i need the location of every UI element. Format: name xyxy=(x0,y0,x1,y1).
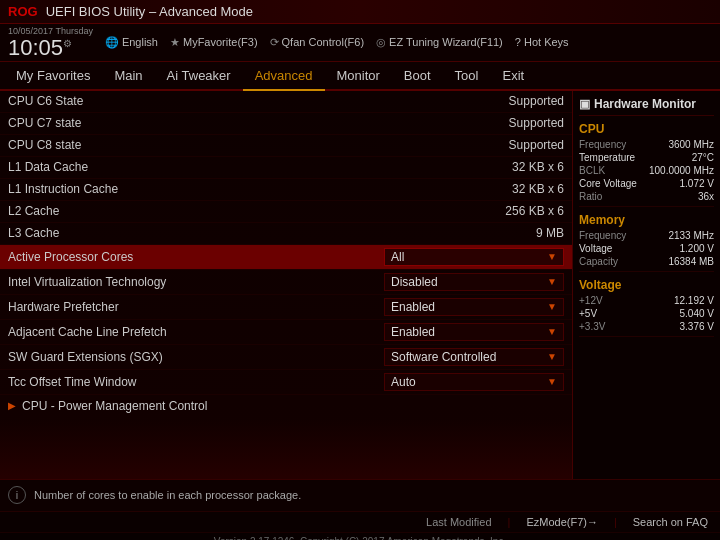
settings-row-11[interactable]: SW Guard Extensions (SGX)Software Contro… xyxy=(0,345,572,370)
hw-monitor: ▣ Hardware Monitor CPUFrequency3600 MHzT… xyxy=(572,91,720,479)
hw-label: Capacity xyxy=(579,256,618,267)
settings-row-0: CPU C6 StateSupported xyxy=(0,91,572,113)
settings-row-7[interactable]: Active Processor CoresAll▼ xyxy=(0,245,572,270)
row-label-9: Hardware Prefetcher xyxy=(8,300,384,314)
dropdown-7[interactable]: All▼ xyxy=(384,248,564,266)
hw-row-cpu-0: Frequency3600 MHz xyxy=(579,139,714,150)
hw-value: 100.0000 MHz xyxy=(649,165,714,176)
nav-item-monitor[interactable]: Monitor xyxy=(325,62,392,89)
settings-row-3: L1 Data Cache32 KB x 6 xyxy=(0,157,572,179)
hw-monitor-title: ▣ Hardware Monitor xyxy=(579,97,714,116)
dropdown-10[interactable]: Enabled▼ xyxy=(384,323,564,341)
dropdown-arrow-10: ▼ xyxy=(547,326,557,337)
info-bottom: i Number of cores to enable in each proc… xyxy=(0,479,720,511)
ez-mode-button[interactable]: EzMode(F7)→ xyxy=(526,516,598,528)
dropdown-value-12: Auto xyxy=(391,375,416,389)
hw-val-right: 5.040 V xyxy=(680,308,714,319)
hw-sections: CPUFrequency3600 MHzTemperature27°CBCLK1… xyxy=(579,122,714,337)
nav-bar: My FavoritesMainAi TweakerAdvancedMonito… xyxy=(0,62,720,91)
dropdown-arrow-12: ▼ xyxy=(547,376,557,387)
qfan-item[interactable]: ⟳ Qfan Control(F6) xyxy=(270,36,365,49)
row-label-8: Intel Virtualization Technology xyxy=(8,275,384,289)
hw-row-vals: +5V5.040 V xyxy=(579,308,714,319)
info-items: 🌐 English ★ MyFavorite(F3) ⟳ Qfan Contro… xyxy=(105,36,712,49)
settings-row-12[interactable]: Tcc Offset Time WindowAuto▼ xyxy=(0,370,572,395)
hw-label: Frequency xyxy=(579,230,626,241)
language-icon: 🌐 xyxy=(105,36,119,49)
hw-row-vals: Voltage1.200 V xyxy=(579,243,714,254)
settings-row-9[interactable]: Hardware PrefetcherEnabled▼ xyxy=(0,295,572,320)
row-label-3: L1 Data Cache xyxy=(8,160,444,174)
settings-list: CPU C6 StateSupportedCPU C7 stateSupport… xyxy=(0,91,572,395)
hw-label: Ratio xyxy=(579,191,602,202)
hw-row-vals: Core Voltage1.072 V xyxy=(579,178,714,189)
dropdown-value-11: Software Controlled xyxy=(391,350,496,364)
dropdown-11[interactable]: Software Controlled▼ xyxy=(384,348,564,366)
settings-row-8[interactable]: Intel Virtualization TechnologyDisabled▼ xyxy=(0,270,572,295)
nav-item-advanced[interactable]: Advanced xyxy=(243,62,325,91)
last-modified-label: Last Modified xyxy=(426,516,491,528)
settings-row-6: L3 Cache9 MB xyxy=(0,223,572,245)
version-bar: Version 2.17.1246. Copyright (C) 2017 Am… xyxy=(0,532,720,540)
settings-row-10[interactable]: Adjacent Cache Line PrefetchEnabled▼ xyxy=(0,320,572,345)
hw-val-left: Voltage xyxy=(579,243,612,254)
dropdown-12[interactable]: Auto▼ xyxy=(384,373,564,391)
hw-label: +3.3V xyxy=(579,321,605,332)
hw-value: 2133 MHz xyxy=(668,230,714,241)
tuning-icon: ◎ xyxy=(376,36,386,49)
dropdown-8[interactable]: Disabled▼ xyxy=(384,273,564,291)
hw-val-right: 27°C xyxy=(692,152,714,163)
row-label-5: L2 Cache xyxy=(8,204,444,218)
fan-icon: ⟳ xyxy=(270,36,279,49)
nav-item-exit[interactable]: Exit xyxy=(490,62,536,89)
hw-row-memory-2: Capacity16384 MB xyxy=(579,256,714,267)
row-label-4: L1 Instruction Cache xyxy=(8,182,444,196)
nav-item-ai-tweaker[interactable]: Ai Tweaker xyxy=(155,62,243,89)
nav-item-boot[interactable]: Boot xyxy=(392,62,443,89)
hw-value: 3.376 V xyxy=(680,321,714,332)
hw-val-right: 1.072 V xyxy=(680,178,714,189)
hw-divider xyxy=(579,206,714,207)
cpu-power-management-row[interactable]: ▶ CPU - Power Management Control xyxy=(0,395,572,417)
dropdown-arrow-7: ▼ xyxy=(547,251,557,262)
settings-row-1: CPU C7 stateSupported xyxy=(0,113,572,135)
row-label-7: Active Processor Cores xyxy=(8,250,384,264)
hot-keys-item[interactable]: ? Hot Keys xyxy=(515,36,569,48)
myfavorite-item[interactable]: ★ MyFavorite(F3) xyxy=(170,36,258,49)
dropdown-value-8: Disabled xyxy=(391,275,438,289)
hw-row-memory-0: Frequency2133 MHz xyxy=(579,230,714,241)
rog-logo: ROG xyxy=(8,4,38,19)
row-value-0: Supported xyxy=(444,94,564,108)
hw-divider xyxy=(579,271,714,272)
hw-section-title-cpu: CPU xyxy=(579,122,714,136)
info-text: Number of cores to enable in each proces… xyxy=(34,489,301,501)
version-text: Version 2.17.1246. Copyright (C) 2017 Am… xyxy=(214,536,506,540)
settings-row-2: CPU C8 stateSupported xyxy=(0,135,572,157)
content-area: CPU C6 StateSupportedCPU C7 stateSupport… xyxy=(0,91,572,479)
hw-label: Frequency xyxy=(579,139,626,150)
hw-section-title-memory: Memory xyxy=(579,213,714,227)
hw-value: 12.192 V xyxy=(674,295,714,306)
search-faq-button[interactable]: Search on FAQ xyxy=(633,516,708,528)
nav-item-tool[interactable]: Tool xyxy=(443,62,491,89)
status-bar: Last Modified | EzMode(F7)→ | Search on … xyxy=(0,511,720,532)
row-value-3: 32 KB x 6 xyxy=(444,160,564,174)
row-value-1: Supported xyxy=(444,116,564,130)
nav-item-main[interactable]: Main xyxy=(102,62,154,89)
dropdown-9[interactable]: Enabled▼ xyxy=(384,298,564,316)
hw-val-left: Core Voltage xyxy=(579,178,637,189)
hw-section-title-voltage: Voltage xyxy=(579,278,714,292)
language-item[interactable]: 🌐 English xyxy=(105,36,158,49)
hw-row-voltage-2: +3.3V3.376 V xyxy=(579,321,714,332)
hw-row-cpu-2: BCLK100.0000 MHz xyxy=(579,165,714,176)
expand-label: CPU - Power Management Control xyxy=(22,399,207,413)
row-value-2: Supported xyxy=(444,138,564,152)
hw-label: BCLK xyxy=(579,165,605,176)
nav-item-my-favorites[interactable]: My Favorites xyxy=(4,62,102,89)
row-value-5: 256 KB x 6 xyxy=(444,204,564,218)
ez-tuning-item[interactable]: ◎ EZ Tuning Wizard(F11) xyxy=(376,36,503,49)
row-value-6: 9 MB xyxy=(444,226,564,240)
dropdown-arrow-8: ▼ xyxy=(547,276,557,287)
time-display: 10:05⚙ xyxy=(8,37,93,59)
hw-val-left: Temperature xyxy=(579,152,635,163)
